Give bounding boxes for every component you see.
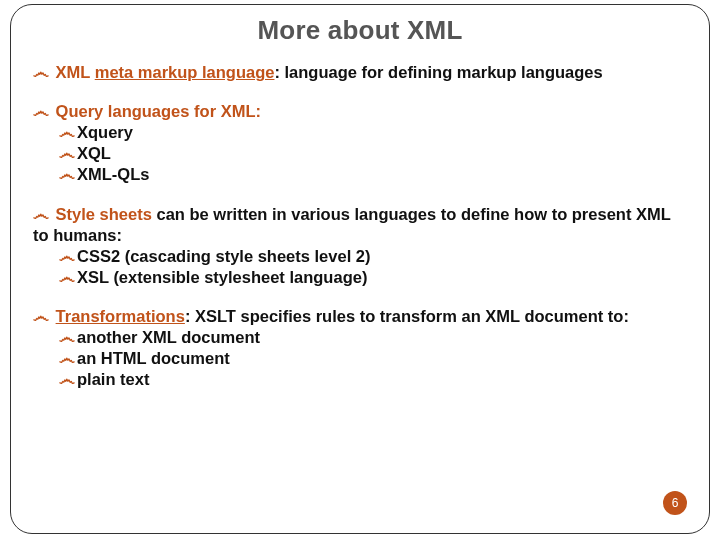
sub-bullet: ෴CSS2 (cascading style sheets level 2) (59, 246, 687, 267)
bullet-icon: ෴ (59, 268, 75, 286)
underlined-keyword: meta markup language (95, 63, 275, 81)
bullet-line: ෴ Style sheets can be written in various… (33, 204, 687, 246)
bullet-line: ෴ Query languages for XML: (33, 101, 687, 122)
sub-text: XML-QLs (77, 165, 149, 183)
sub-bullet: ෴XML-QLs (59, 164, 687, 185)
underlined-keyword: Transformations (56, 307, 185, 325)
bullet-icon: ෴ (33, 205, 49, 223)
bullet-icon: ෴ (59, 144, 75, 162)
keyword-text: Style sheets (56, 205, 152, 223)
bullet-group-query: ෴ Query languages for XML: ෴Xquery ෴XQL … (33, 101, 687, 185)
sub-text: plain text (77, 370, 149, 388)
keyword-text: XML (56, 63, 91, 81)
sub-text: an HTML document (77, 349, 230, 367)
keyword-text: Query languages for XML: (56, 102, 261, 120)
bullet-icon: ෴ (59, 370, 75, 388)
sub-text: Xquery (77, 123, 133, 141)
sub-bullet: ෴XSL (extensible stylesheet language) (59, 267, 687, 288)
sub-text: XSL (extensible stylesheet language) (77, 268, 367, 286)
sub-bullet: ෴XQL (59, 143, 687, 164)
bullet-icon: ෴ (59, 123, 75, 141)
slide-title: More about XML (33, 15, 687, 46)
bullet-icon: ෴ (59, 328, 75, 346)
sub-bullet: ෴plain text (59, 369, 687, 390)
sub-text: XQL (77, 144, 111, 162)
bullet-icon: ෴ (59, 165, 75, 183)
bullet-icon: ෴ (59, 247, 75, 265)
line-tail: : language for defining markup languages (274, 63, 602, 81)
sub-bullet: ෴Xquery (59, 122, 687, 143)
bullet-icon: ෴ (33, 307, 49, 325)
slide-container: More about XML ෴ XML meta markup languag… (10, 4, 710, 534)
bullet-group-style: ෴ Style sheets can be written in various… (33, 204, 687, 288)
line-tail: : XSLT specifies rules to transform an X… (185, 307, 629, 325)
sub-bullet: ෴another XML document (59, 327, 687, 348)
bullet-icon: ෴ (59, 349, 75, 367)
bullet-group-transform: ෴ Transformations: XSLT specifies rules … (33, 306, 687, 390)
bullet-line: ෴ Transformations: XSLT specifies rules … (33, 306, 687, 327)
page-number-badge: 6 (663, 491, 687, 515)
bullet-icon: ෴ (33, 102, 49, 120)
bullet-icon: ෴ (33, 63, 49, 81)
sub-text: CSS2 (cascading style sheets level 2) (77, 247, 370, 265)
bullet-group-meta: ෴ XML meta markup language: language for… (33, 62, 687, 83)
sub-bullet: ෴an HTML document (59, 348, 687, 369)
sub-text: another XML document (77, 328, 260, 346)
bullet-line: ෴ XML meta markup language: language for… (33, 62, 687, 83)
